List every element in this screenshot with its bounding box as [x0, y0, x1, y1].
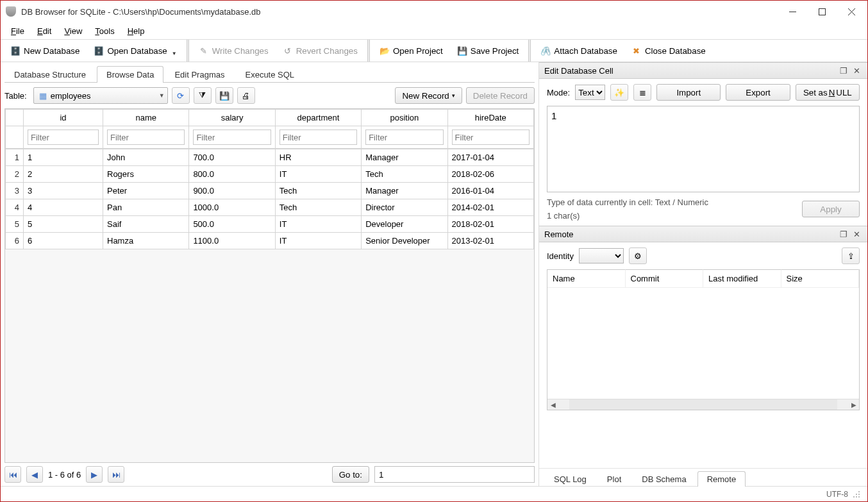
menu-tools[interactable]: Tools: [88, 24, 121, 38]
undock-icon[interactable]: ❐: [838, 65, 849, 76]
cell-department[interactable]: IT: [275, 166, 361, 183]
menu-help[interactable]: Help: [121, 24, 151, 38]
maximize-button[interactable]: [807, 2, 837, 21]
tab-sql-log[interactable]: SQL Log: [544, 471, 596, 487]
cell-position[interactable]: Manager: [362, 183, 447, 199]
push-remote-button[interactable]: ⇪: [842, 247, 860, 264]
col-salary[interactable]: salary: [189, 110, 275, 126]
clear-filters-button[interactable]: ⧩: [194, 87, 212, 104]
cell-hiredate[interactable]: 2018-02-01: [447, 216, 533, 233]
horizontal-scrollbar[interactable]: ◀ ▶: [547, 399, 859, 410]
first-page-button[interactable]: ⏮: [4, 466, 21, 483]
chevron-left-icon[interactable]: ◀: [547, 399, 558, 410]
cell-name[interactable]: Saif: [103, 216, 189, 233]
tab-remote[interactable]: Remote: [697, 471, 746, 487]
tab-browse-data[interactable]: Browse Data: [97, 66, 163, 83]
menu-view[interactable]: View: [58, 24, 88, 38]
close-panel-icon[interactable]: ✕: [851, 228, 862, 240]
cell-name[interactable]: Rogers: [103, 166, 189, 183]
cell-hiredate[interactable]: 2017-01-04: [447, 149, 533, 166]
menu-edit[interactable]: Edit: [31, 24, 58, 38]
cell-hiredate[interactable]: 2016-01-04: [447, 183, 533, 199]
cell-department[interactable]: IT: [275, 216, 361, 233]
open-project-button[interactable]: 📂Open Project: [374, 42, 449, 60]
identity-select[interactable]: [579, 248, 624, 264]
cell-id[interactable]: 1: [24, 149, 103, 166]
cell-id[interactable]: 6: [24, 233, 103, 249]
cell-department[interactable]: Tech: [275, 199, 361, 216]
identity-settings-button[interactable]: ⚙: [629, 247, 647, 264]
new-database-button[interactable]: 🗄️New Database: [4, 42, 85, 60]
tab-plot[interactable]: Plot: [597, 471, 631, 487]
cell-salary[interactable]: 500.0: [189, 216, 275, 233]
close-button[interactable]: [837, 2, 866, 21]
table-row[interactable]: 44Pan1000.0TechDirector2014-02-01: [6, 199, 534, 216]
table-row[interactable]: 22Rogers800.0ITTech2018-02-06: [6, 166, 534, 183]
open-database-button[interactable]: 🗄️Open Database▼: [88, 42, 182, 60]
cell-id[interactable]: 4: [24, 199, 103, 216]
cell-department[interactable]: Tech: [275, 183, 361, 199]
refresh-button[interactable]: ⟳: [172, 87, 190, 104]
write-changes-button[interactable]: ✎Write Changes: [193, 42, 274, 60]
save-project-button[interactable]: 💾Save Project: [451, 42, 525, 60]
cell-salary[interactable]: 800.0: [189, 166, 275, 183]
goto-input[interactable]: [374, 466, 535, 483]
cell-position[interactable]: Tech: [362, 166, 447, 183]
import-button[interactable]: Import: [656, 84, 721, 101]
cell-hiredate[interactable]: 2014-02-01: [447, 199, 533, 216]
cell-salary[interactable]: 900.0: [189, 183, 275, 199]
remote-col-last-modified[interactable]: Last modified: [703, 269, 781, 287]
format-button[interactable]: ✨: [610, 84, 628, 101]
cell-name[interactable]: Hamza: [103, 233, 189, 249]
col-name[interactable]: name: [103, 110, 189, 126]
cell-salary[interactable]: 700.0: [189, 149, 275, 166]
new-record-button[interactable]: New Record▾: [395, 87, 462, 104]
table-row[interactable]: 11John700.0HRManager2017-01-04: [6, 149, 534, 166]
cell-hiredate[interactable]: 2018-02-06: [447, 166, 533, 183]
tab-execute-sql[interactable]: Execute SQL: [235, 66, 304, 83]
cell-id[interactable]: 2: [24, 166, 103, 183]
attach-database-button[interactable]: 🖇️Attach Database: [535, 42, 623, 60]
cell-name[interactable]: Peter: [103, 183, 189, 199]
table-row[interactable]: 55Saif500.0ITDeveloper2018-02-01: [6, 216, 534, 233]
cell-id[interactable]: 5: [24, 216, 103, 233]
close-panel-icon[interactable]: ✕: [851, 65, 862, 76]
filter-id[interactable]: [28, 130, 99, 145]
tab-db-schema[interactable]: DB Schema: [632, 471, 696, 487]
cell-salary[interactable]: 1100.0: [189, 233, 275, 249]
save-table-button[interactable]: 💾: [215, 87, 233, 104]
filter-department[interactable]: [280, 130, 357, 145]
cell-position[interactable]: Developer: [362, 216, 447, 233]
remote-col-size[interactable]: Size: [781, 269, 860, 287]
filter-hiredate[interactable]: [452, 130, 530, 145]
close-database-button[interactable]: ✖Close Database: [626, 42, 712, 60]
col-position[interactable]: position: [362, 110, 447, 126]
cell-id[interactable]: 3: [24, 183, 103, 199]
resize-grip-icon[interactable]: [852, 490, 861, 499]
apply-button[interactable]: Apply: [802, 201, 860, 217]
cell-position[interactable]: Director: [362, 199, 447, 216]
filter-position[interactable]: [365, 130, 443, 145]
chevron-right-icon[interactable]: ▶: [848, 399, 859, 410]
table-select[interactable]: ▦ employees ▼: [33, 87, 168, 104]
print-button[interactable]: 🖨: [237, 87, 255, 104]
export-button[interactable]: Export: [726, 84, 790, 101]
prev-page-button[interactable]: ◀: [26, 466, 43, 483]
minimize-button[interactable]: [778, 2, 807, 21]
indent-button[interactable]: ≣: [633, 84, 651, 101]
mode-select[interactable]: Text: [575, 85, 605, 100]
cell-department[interactable]: HR: [275, 149, 361, 166]
next-page-button[interactable]: ▶: [86, 466, 103, 483]
set-null-button[interactable]: Set as NULL: [796, 84, 860, 101]
cell-position[interactable]: Senior Developer: [362, 233, 447, 249]
col-hiredate[interactable]: hireDate: [447, 110, 533, 126]
tab-edit-pragmas[interactable]: Edit Pragmas: [165, 66, 234, 83]
filter-name[interactable]: [107, 130, 185, 145]
tab-database-structure[interactable]: Database Structure: [4, 66, 96, 83]
cell-value-textarea[interactable]: 1: [547, 106, 860, 192]
menu-file[interactable]: File: [4, 24, 31, 38]
delete-record-button[interactable]: Delete Record: [466, 87, 535, 104]
cell-name[interactable]: John: [103, 149, 189, 166]
table-row[interactable]: 66Hamza1100.0ITSenior Developer2013-02-0…: [6, 233, 534, 249]
cell-position[interactable]: Manager: [362, 149, 447, 166]
